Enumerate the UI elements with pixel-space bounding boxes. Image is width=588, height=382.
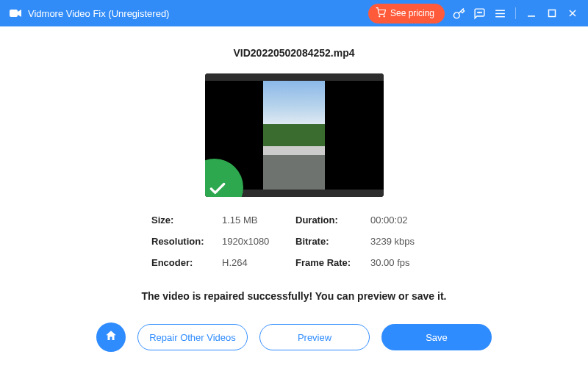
svg-point-3	[477, 12, 478, 12]
repair-other-label: Repair Other Videos	[149, 332, 236, 343]
video-filename: VID20220502084252.mp4	[233, 47, 354, 59]
pricing-label: See pricing	[390, 8, 434, 18]
svg-point-5	[481, 12, 481, 12]
home-button[interactable]	[96, 322, 126, 352]
save-button[interactable]: Save	[381, 324, 492, 350]
meta-size-label: Size:	[151, 215, 215, 226]
thumb-top-bar	[205, 73, 384, 81]
svg-point-4	[478, 12, 479, 12]
svg-point-1	[379, 15, 380, 16]
meta-framerate-value: 30.00 fps	[370, 257, 437, 268]
thumb-image	[263, 81, 325, 190]
close-icon[interactable]	[566, 7, 579, 20]
maximize-icon[interactable]	[545, 7, 559, 20]
minimize-icon[interactable]	[525, 7, 538, 20]
meta-resolution-value: 1920x1080	[222, 236, 288, 247]
svg-rect-10	[549, 10, 556, 17]
success-message: The video is repaired successfully! You …	[142, 290, 447, 302]
action-bar: Repair Other Videos Preview Save	[96, 322, 492, 352]
svg-point-2	[384, 15, 384, 16]
key-icon[interactable]	[452, 7, 465, 20]
save-label: Save	[426, 332, 448, 343]
see-pricing-button[interactable]: See pricing	[368, 4, 445, 24]
video-thumbnail[interactable]	[205, 73, 384, 197]
meta-bitrate-value: 3239 kbps	[370, 236, 437, 247]
titlebar: Vidmore Video Fix (Unregistered) See pri…	[0, 0, 588, 26]
cart-icon	[376, 7, 386, 20]
meta-framerate-label: Frame Rate:	[295, 257, 363, 268]
meta-encoder-value: H.264	[222, 257, 288, 268]
meta-duration-value: 00:00:02	[370, 215, 437, 226]
meta-bitrate-label: Bitrate:	[295, 236, 363, 247]
meta-encoder-label: Encoder:	[151, 257, 215, 268]
app-logo-icon	[9, 7, 22, 20]
app-title: Vidmore Video Fix (Unregistered)	[28, 8, 169, 19]
home-icon	[104, 329, 118, 345]
titlebar-right: See pricing	[368, 4, 579, 24]
titlebar-separator	[515, 7, 516, 19]
titlebar-left: Vidmore Video Fix (Unregistered)	[9, 7, 169, 20]
meta-duration-label: Duration:	[295, 215, 363, 226]
svg-rect-0	[10, 10, 18, 17]
video-metadata: Size: 1.15 MB Duration: 00:00:02 Resolut…	[151, 215, 437, 268]
feedback-icon[interactable]	[473, 7, 486, 20]
preview-button[interactable]: Preview	[259, 324, 370, 350]
meta-size-value: 1.15 MB	[222, 215, 288, 226]
success-check-icon	[205, 159, 243, 197]
main-content: VID20220502084252.mp4 Size: 1.15 MB Dura…	[0, 26, 588, 352]
meta-resolution-label: Resolution:	[151, 236, 215, 247]
preview-label: Preview	[298, 332, 331, 343]
menu-icon[interactable]	[493, 7, 506, 20]
repair-other-videos-button[interactable]: Repair Other Videos	[137, 324, 248, 350]
